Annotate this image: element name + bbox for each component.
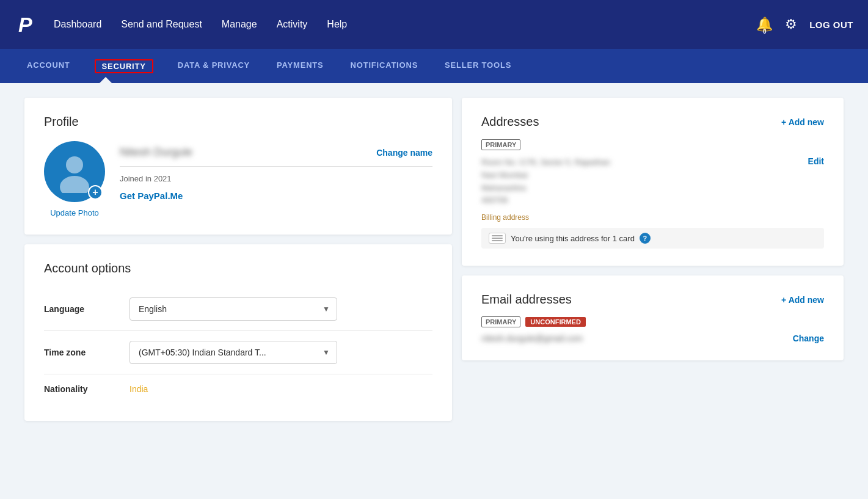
top-nav-links: Dashboard Send and Request Manage Activi… <box>54 19 756 30</box>
paypal-logo[interactable]: P <box>15 12 39 37</box>
account-options-title: Account options <box>44 261 432 275</box>
svg-point-3 <box>60 176 89 193</box>
left-column: Profile + Update Photo Nitesh <box>24 98 452 421</box>
profile-name: Nitesh Durgule <box>120 146 192 159</box>
right-column: Addresses + Add new PRIMARY Room No. C/7… <box>452 98 844 421</box>
sub-navigation: ACCOUNT SECURITY DATA & PRIVACY PAYMENTS… <box>0 49 868 83</box>
profile-row: + Update Photo Nitesh Durgule Change nam… <box>44 141 432 217</box>
profile-info: Nitesh Durgule Change name Joined in 202… <box>120 141 432 201</box>
language-row: Language English ▼ <box>44 288 432 331</box>
add-email-button[interactable]: + Add new <box>781 295 824 305</box>
nationality-value: India <box>129 384 148 394</box>
nav-dashboard[interactable]: Dashboard <box>54 19 101 30</box>
nav-pointer <box>100 77 112 83</box>
subnav-payments[interactable]: PAYMENTS <box>274 49 326 83</box>
timezone-label: Time zone <box>44 348 129 357</box>
paypalme-link[interactable]: Get PayPal.Me <box>120 191 432 201</box>
timezone-select-wrapper: (GMT+05:30) Indian Standard T... ▼ <box>129 341 337 364</box>
unconfirmed-badge: UNCONFIRMED <box>525 317 586 327</box>
address-row: Room No. C/76, Sector 5, Rajasthan Navi … <box>481 156 824 207</box>
add-address-button[interactable]: + Add new <box>781 117 824 127</box>
avatar-plus-icon: + <box>88 185 103 200</box>
nav-manage[interactable]: Manage <box>222 19 257 30</box>
card-line-3 <box>492 240 503 241</box>
subnav-security[interactable]: SECURITY <box>95 59 153 73</box>
subnav-account[interactable]: ACCOUNT <box>24 49 73 83</box>
logout-button[interactable]: LOG OUT <box>809 20 853 30</box>
timezone-row: Time zone (GMT+05:30) Indian Standard T.… <box>44 331 432 374</box>
account-options-card: Account options Language English ▼ Time … <box>24 244 452 421</box>
subnav-data-privacy[interactable]: DATA & PRIVACY <box>175 49 252 83</box>
joined-date: Joined in 2021 <box>120 174 432 183</box>
language-select-wrapper: English ▼ <box>129 297 337 321</box>
addresses-card: Addresses + Add new PRIMARY Room No. C/7… <box>462 98 844 266</box>
settings-icon[interactable]: ⚙ <box>785 16 797 32</box>
profile-title: Profile <box>44 115 432 129</box>
nav-send-request[interactable]: Send and Request <box>121 19 202 30</box>
email-addresses-card: Email addresses + Add new PRIMARY UNCONF… <box>462 275 844 360</box>
profile-name-row: Nitesh Durgule Change name <box>120 146 432 167</box>
notification-count: 0 <box>763 28 767 35</box>
top-navigation: P Dashboard Send and Request Manage Acti… <box>0 0 868 49</box>
nationality-label: Nationality <box>44 384 129 394</box>
card-lines <box>492 235 503 241</box>
nationality-row: Nationality India <box>44 374 432 404</box>
addresses-title: Addresses <box>481 115 539 129</box>
subnav-notifications[interactable]: NOTIFICATIONS <box>348 49 421 83</box>
card-usage-text: You're using this address for 1 card <box>511 234 635 243</box>
nav-activity[interactable]: Activity <box>277 19 308 30</box>
avatar-wrapper: + Update Photo <box>44 141 105 217</box>
help-icon[interactable]: ? <box>640 233 651 244</box>
profile-card: Profile + Update Photo Nitesh <box>24 98 452 235</box>
primary-email-badge: PRIMARY <box>481 316 520 327</box>
change-email-button[interactable]: Change <box>793 333 824 343</box>
avatar[interactable]: + <box>44 141 105 202</box>
primary-address-badge: PRIMARY <box>481 139 520 150</box>
notifications-bell[interactable]: 🔔 0 <box>756 16 773 32</box>
nav-help[interactable]: Help <box>327 19 347 30</box>
language-select[interactable]: English <box>129 297 337 321</box>
svg-point-2 <box>66 156 83 173</box>
language-label: Language <box>44 304 129 314</box>
subnav-seller-tools[interactable]: SELLER TOOLS <box>442 49 514 83</box>
sub-nav-wrapper: ACCOUNT SECURITY DATA & PRIVACY PAYMENTS… <box>0 49 868 83</box>
card-icon <box>489 233 506 244</box>
email-badges: PRIMARY UNCONFIRMED <box>481 316 824 327</box>
top-nav-right: 🔔 0 ⚙ LOG OUT <box>756 16 853 32</box>
card-line-2 <box>492 238 503 239</box>
card-usage-row: You're using this address for 1 card ? <box>481 228 824 249</box>
email-value: nitesh.durgule@gmail.com <box>481 333 583 343</box>
timezone-select[interactable]: (GMT+05:30) Indian Standard T... <box>129 341 337 364</box>
email-header: Email addresses + Add new <box>481 293 824 307</box>
address-text: Room No. C/76, Sector 5, Rajasthan Navi … <box>481 156 610 207</box>
email-row: nitesh.durgule@gmail.com Change <box>481 333 824 343</box>
update-photo-button[interactable]: Update Photo <box>50 208 99 217</box>
addresses-header: Addresses + Add new <box>481 115 824 129</box>
card-line-1 <box>492 235 503 236</box>
change-name-button[interactable]: Change name <box>376 148 432 158</box>
email-addresses-title: Email addresses <box>481 293 572 307</box>
svg-text:P: P <box>18 13 32 36</box>
main-content: Profile + Update Photo Nitesh <box>0 83 868 435</box>
edit-address-button[interactable]: Edit <box>808 156 824 166</box>
billing-label: Billing address <box>481 213 824 222</box>
